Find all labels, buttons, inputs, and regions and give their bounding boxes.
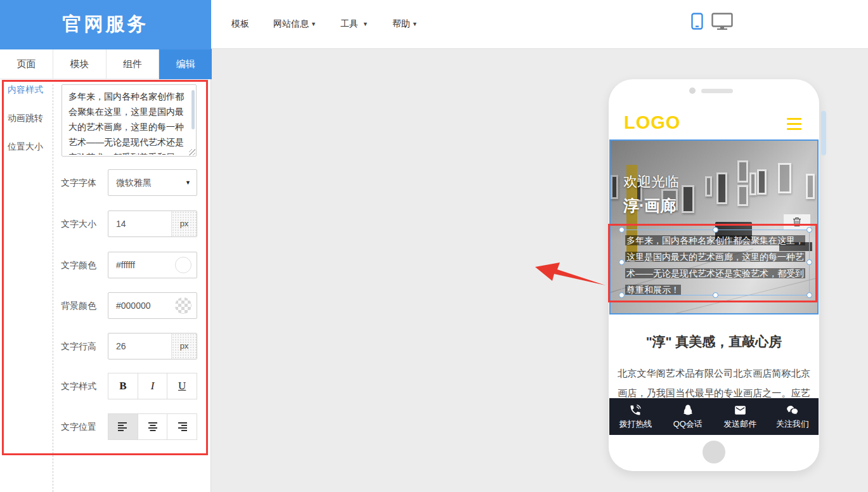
selection-handle[interactable] [619,227,625,233]
phone-home-button[interactable] [703,441,725,463]
font-size-row: 文字大小 px [0,210,211,237]
font-family-row: 文字字体 微软雅黑 ▼ [0,169,211,196]
phone-speaker-bar [701,89,733,93]
preview-scrollbar[interactable] [821,111,826,155]
desktop-preview-icon[interactable] [711,13,733,32]
chevron-down-icon: ▼ [412,21,418,27]
selection-handle[interactable] [619,292,625,298]
bg-color-label: 背景颜色 [61,292,96,319]
toolbar-item-qq[interactable]: QQ会话 [662,398,715,435]
nav-item-site-info[interactable]: 网站信息▼ [273,18,316,30]
phone-call-icon [629,404,642,417]
tab-module[interactable]: 模块 [53,49,107,79]
app-window: 官网服务 模板 网站信息▼ 工具 ▼ 帮助▼ 页面 模块 组件 编辑 内容样式 … [0,0,868,492]
selection-handle[interactable] [806,292,812,298]
sidebar-item-animation-jump[interactable]: 动画跳转 [8,113,43,124]
text-style-group: B I U [108,373,197,399]
font-size-unit: px [171,211,197,236]
selection-handle[interactable] [713,292,718,298]
line-height-unit: px [171,333,197,359]
content-text-input[interactable]: 多年来，国内各种名家创作都会聚集在这里，这里是国内最大的艺术画廊，这里的每一种艺… [62,85,187,155]
align-right-button[interactable] [167,413,197,440]
align-left-icon [118,422,128,431]
mail-icon [734,404,747,417]
tab-page[interactable]: 页面 [0,49,53,79]
text-align-label: 文字位置 [61,413,96,440]
wechat-icon [786,404,799,417]
annotation-arrow [526,254,612,292]
nav-item-tools[interactable]: 工具 ▼ [340,18,368,30]
text-align-row: 文字位置 [0,413,211,440]
mobile-preview-icon[interactable] [691,13,703,32]
line-height-row: 文字行高 px [0,333,211,359]
font-size-field: px [108,210,197,237]
device-preview-toggle [691,13,733,32]
selection-handle[interactable] [806,227,812,233]
chevron-down-icon: ▼ [185,170,191,195]
tab-edit[interactable]: 编辑 [159,49,212,79]
nav-item-help[interactable]: 帮助▼ [392,18,418,30]
hero-welcome-text: 欢迎光临 [623,172,679,191]
selection-handle[interactable] [619,259,625,265]
site-logo[interactable]: LOGO [624,112,680,133]
toolbar-item-wechat[interactable]: 关注我们 [767,398,819,435]
line-height-input[interactable] [108,333,171,359]
line-height-field: px [108,333,197,359]
font-size-input[interactable] [108,211,171,236]
phone-camera-dot [689,87,696,94]
bold-button[interactable]: B [108,373,138,399]
resize-grip-icon[interactable] [189,149,195,155]
bg-color-row: 背景颜色 #000000 [0,292,211,319]
toolbar-item-call[interactable]: 拨打热线 [609,398,662,435]
bg-color-swatch[interactable] [175,297,191,314]
font-family-label: 文字字体 [61,169,96,196]
font-family-select[interactable]: 微软雅黑 ▼ [108,169,197,196]
text-style-label: 文字样式 [61,373,96,399]
selection-handle[interactable] [713,227,718,233]
chevron-down-icon: ▼ [363,21,368,27]
bg-color-field[interactable]: #000000 [108,292,197,319]
text-align-group [108,413,197,440]
content-text-field: 多年来，国内各种名家创作都会聚集在这里，这里是国内最大的艺术画廊，这里的每一种艺… [62,84,197,157]
delete-button[interactable] [784,214,810,230]
phone-bottom-toolbar: 拨打热线 QQ会话 发送邮件 关注我们 [609,398,819,435]
textarea-scrollbar[interactable] [191,90,195,129]
italic-button[interactable]: I [138,373,168,399]
chevron-down-icon: ▼ [311,21,316,27]
font-family-value: 微软雅黑 [108,170,197,195]
text-color-swatch[interactable] [175,257,191,273]
selected-text-block[interactable]: 多年来，国内各种名家创作都会聚集在这里，这里是国内最大的艺术画廊，这里的每一种艺… [621,230,810,295]
panel-tabbar: 页面 模块 组件 编辑 [0,49,212,79]
trash-icon [793,217,801,227]
edit-panel: 内容样式 动画跳转 位置大小 多年来，国内各种名家创作都会聚集在这里，这里是国内… [0,79,211,492]
sidebar-item-content-style[interactable]: 内容样式 [8,84,43,96]
font-size-label: 文字大小 [61,210,96,237]
hero-banner-block[interactable]: 欢迎光临 淳·画廊 多年来，国内各种名家创作都会聚集在这里，这里是国内最大的艺术… [609,139,819,314]
underline-button[interactable]: U [167,373,197,399]
align-center-button[interactable] [138,413,168,440]
sidebar-item-position-size[interactable]: 位置大小 [8,141,43,153]
text-color-field[interactable]: #ffffff [108,252,197,278]
hero-title-text: 淳·画廊 [623,195,676,216]
align-left-button[interactable] [108,413,138,440]
toolbar-item-mail[interactable]: 发送邮件 [714,398,767,435]
hamburger-menu-icon[interactable] [787,118,801,133]
align-center-icon [148,422,158,431]
text-color-label: 文字颜色 [61,252,96,278]
nav-item-template[interactable]: 模板 [231,18,249,30]
line-height-label: 文字行高 [61,333,96,359]
app-logo: 官网服务 [0,0,211,49]
section-heading: "淳" 真美感，直敲心房 [609,333,819,351]
selection-handle[interactable] [806,259,812,265]
tab-component[interactable]: 组件 [107,49,160,79]
qq-icon [682,404,694,417]
text-style-row: 文字样式 B I U [0,373,211,399]
phone-mockup: LOGO 欢 [609,79,819,471]
align-right-icon [177,422,187,431]
top-navbar: 模板 网站信息▼ 工具 ▼ 帮助▼ [211,0,868,49]
text-color-row: 文字颜色 #ffffff [0,252,211,278]
